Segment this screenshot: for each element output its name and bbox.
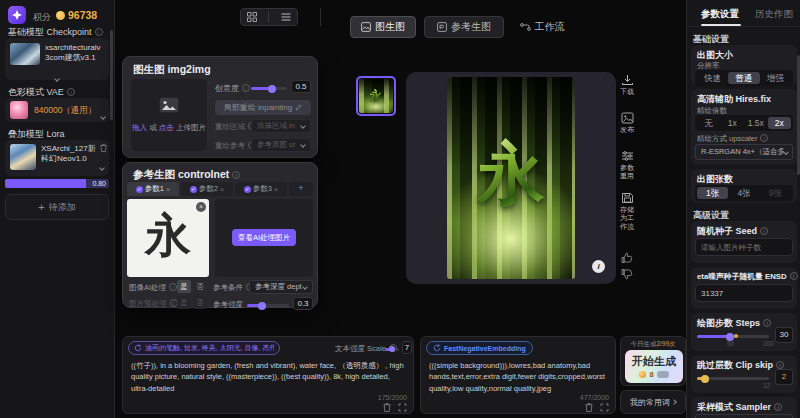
trash-icon[interactable] bbox=[383, 403, 391, 412]
sidebar-scrollbar[interactable] bbox=[110, 30, 113, 120]
expand-icon[interactable] bbox=[600, 403, 609, 412]
controlnet-add-tab[interactable]: + bbox=[289, 182, 313, 196]
info-icon: i bbox=[776, 361, 784, 369]
chevron-down-icon[interactable] bbox=[101, 107, 105, 125]
trash-icon[interactable] bbox=[585, 403, 593, 412]
steps-value[interactable]: 30 bbox=[775, 327, 793, 343]
lora-weight-value: 0.80 bbox=[92, 179, 106, 188]
count-segmented[interactable]: 1张 4张 9张 bbox=[695, 185, 793, 201]
upload-hint: 拖入 或 点击 上传图片 bbox=[131, 123, 207, 133]
chevron-right-icon bbox=[671, 399, 677, 405]
negative-prompt-input[interactable]: (((simple background))),lowres,bad anato… bbox=[427, 358, 611, 396]
coin-icon bbox=[639, 371, 646, 378]
info-icon: i bbox=[169, 283, 177, 291]
view-toggle-group bbox=[240, 8, 298, 26]
controlnet-tab-1[interactable]: ✓ 参数1 × bbox=[127, 182, 179, 196]
controlnet-reference-image[interactable]: 永 × bbox=[127, 199, 209, 277]
generate-button-label: 开始生成 bbox=[625, 354, 683, 369]
strength-slider[interactable] bbox=[247, 304, 289, 307]
controlnet-tab-3[interactable]: ✓ 参数3 × bbox=[235, 182, 287, 196]
result-thumbnail[interactable]: 永 bbox=[356, 76, 396, 116]
clip-skip-slider[interactable] bbox=[697, 377, 769, 380]
redraw-ref-dropdown[interactable]: 参考原图 or bbox=[251, 138, 311, 152]
thumb-down-icon[interactable] bbox=[621, 268, 633, 280]
generated-image[interactable]: 永 bbox=[447, 77, 575, 279]
publish-button[interactable]: 发布 bbox=[614, 112, 640, 134]
workflow-icon bbox=[520, 22, 531, 32]
info-icon: i bbox=[760, 134, 768, 142]
resolution-segmented[interactable]: 快速 普通 增强 bbox=[695, 70, 793, 86]
upload-image-icon bbox=[159, 97, 179, 113]
lora-card[interactable]: XSArchi_127新科幻Neov1.0 bbox=[5, 140, 109, 176]
steps-slider[interactable] bbox=[697, 335, 769, 338]
app-logo[interactable] bbox=[8, 6, 26, 24]
condition-dropdown[interactable]: 参考深度 dept bbox=[249, 280, 313, 294]
topbar-divider bbox=[320, 8, 321, 26]
inpainting-button[interactable]: 局部重绘 inpainting bbox=[215, 100, 311, 115]
lora-thumbnail bbox=[10, 144, 36, 170]
trash-icon[interactable] bbox=[100, 144, 107, 152]
checkpoint-card[interactable]: xsarchitecturalv3com建筑v3.1 bbox=[5, 38, 109, 80]
controlnet-panel: 参考生图 controlneti ✓ 参数1 × ✓ 参数2 × ✓ 参数3 ×… bbox=[122, 162, 318, 308]
download-button[interactable]: 下载 bbox=[614, 74, 640, 96]
result-card: 永 i bbox=[406, 72, 616, 284]
positive-prompt-input[interactable]: ((竹子)), in a blooming garden, (fresh and… bbox=[129, 358, 407, 394]
controlnet-tab-2[interactable]: ✓ 参数2 × bbox=[181, 182, 233, 196]
app-window: 积分 96738 基础模型 Checkpointi xsarchitectura… bbox=[0, 0, 800, 418]
thumb-up-icon[interactable] bbox=[621, 252, 633, 264]
negative-embedding-pill[interactable]: FastNegativeEmbedding bbox=[426, 341, 533, 355]
info-icon: i bbox=[67, 88, 75, 96]
tab-reference[interactable]: 参考生图 bbox=[424, 16, 504, 38]
preprocess-toggle[interactable]: 是 否 bbox=[177, 296, 207, 309]
upload-dropzone[interactable]: 拖入 或 点击 上传图片 bbox=[131, 79, 207, 151]
chevron-down-icon bbox=[300, 142, 306, 148]
grid-view-icon[interactable] bbox=[247, 12, 257, 22]
expand-icon[interactable] bbox=[398, 403, 407, 412]
denoise-slider[interactable] bbox=[251, 87, 287, 90]
reference-image-icon bbox=[437, 22, 447, 32]
image-info-button[interactable]: i bbox=[592, 260, 605, 273]
tab-reference-label: 参考生图 bbox=[451, 20, 491, 34]
clip-skip-value[interactable]: 2 bbox=[775, 369, 793, 385]
upscaler-dropdown[interactable]: R-ESRGAN 4x+（适合多种风 bbox=[695, 144, 793, 160]
strength-value[interactable]: 0.3 bbox=[293, 297, 313, 310]
remove-image-button[interactable]: × bbox=[196, 202, 206, 212]
vae-card[interactable]: 840000（通用） bbox=[5, 98, 109, 122]
favorites-card[interactable]: 我的常用词 bbox=[620, 390, 686, 414]
save-workflow-button[interactable]: 存储为工作流 bbox=[614, 192, 640, 231]
close-icon[interactable]: × bbox=[220, 186, 224, 193]
region-dropdown[interactable]: 涂抹区域 in bbox=[251, 119, 311, 133]
seed-input[interactable] bbox=[695, 238, 793, 256]
ai-process-toggle[interactable]: 是 否 bbox=[177, 280, 207, 293]
generate-button[interactable]: 开始生成 8 bbox=[625, 350, 683, 383]
add-lora-label: 待添加 bbox=[49, 201, 76, 214]
chevron-down-icon[interactable] bbox=[100, 158, 104, 176]
denoise-value[interactable]: 0.5 bbox=[291, 80, 311, 93]
negative-prompt-card: FastNegativeEmbedding (((simple backgrou… bbox=[420, 336, 616, 414]
img2img-panel: 图生图 img2img 拖入 或 点击 上传图片 创意度i 0.5 局部重绘 i… bbox=[122, 56, 318, 158]
favorites-label: 我的常用词 bbox=[630, 397, 670, 408]
steps-tick-mid: 50 bbox=[727, 340, 734, 347]
generate-card: 今日生成2/99次 开始生成 8 bbox=[620, 336, 686, 386]
view-ai-processed-button[interactable]: 查看AI处理图片 bbox=[232, 229, 296, 246]
tab-workflow[interactable]: 工作流 bbox=[512, 16, 572, 38]
tab-history[interactable]: 历史作图 bbox=[755, 8, 793, 21]
info-icon: i bbox=[774, 403, 782, 411]
tab-img2img[interactable]: 图生图 bbox=[350, 16, 416, 38]
reuse-params-button[interactable]: 参数重用 bbox=[614, 150, 640, 181]
tab-parameter-settings[interactable]: 参数设置 bbox=[701, 8, 739, 21]
img2img-panel-title: 图生图 img2img bbox=[133, 63, 211, 77]
checkpoint-thumbnail bbox=[10, 43, 40, 65]
scale-slider[interactable] bbox=[385, 348, 399, 351]
chevron-down-icon[interactable] bbox=[55, 69, 59, 87]
lora-weight-slider[interactable]: 0.80 bbox=[5, 179, 109, 188]
close-icon[interactable]: × bbox=[166, 186, 170, 193]
ensd-input[interactable] bbox=[695, 284, 793, 302]
add-lora-button[interactable]: + 待添加 bbox=[5, 194, 109, 220]
close-icon[interactable]: × bbox=[274, 186, 278, 193]
prompt-suggestion-pill[interactable]: 油画的笔触, 短发, 唯美, 太阳光, 肖像, 杰作, 最佳质量 bbox=[128, 341, 280, 355]
list-view-icon[interactable] bbox=[281, 12, 291, 22]
hires-scale-segmented[interactable]: 无 1x 1.5x 2x bbox=[695, 115, 793, 131]
scale-value[interactable]: 7 bbox=[402, 341, 412, 354]
sampler-dropdown[interactable]: 选择合适的采样模式 (Eu bbox=[695, 414, 793, 418]
